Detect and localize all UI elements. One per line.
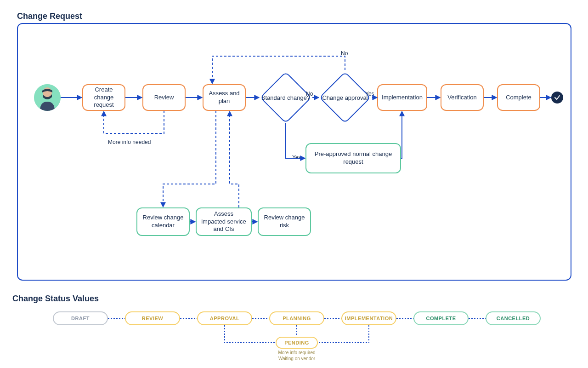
- pending-subtext: More info required Waiting on vendor: [271, 350, 322, 362]
- node-review: Review: [142, 84, 186, 111]
- label-more-info-needed: More info needed: [108, 139, 151, 145]
- label-no-decision: No: [306, 91, 313, 97]
- status-complete: COMPLETE: [413, 311, 469, 325]
- status-draft: DRAFT: [53, 311, 108, 325]
- node-review-risk: Review change risk: [258, 207, 311, 236]
- status-values-title: Change Status Values: [12, 294, 99, 304]
- end-terminator-icon: [551, 92, 563, 104]
- node-assess-impacted: Assess impacted service and CIs: [196, 207, 252, 236]
- node-complete: Complete: [497, 84, 540, 111]
- pending-subtext-line1: More info required: [278, 350, 315, 355]
- diagram-frame: [17, 23, 571, 281]
- node-implementation: Implementation: [377, 84, 427, 111]
- node-assess-and-plan: Assess and plan: [203, 84, 246, 111]
- node-preapproved-change: Pre-approved normal change request: [305, 143, 401, 173]
- node-review-calendar: Review change calendar: [136, 207, 190, 236]
- label-yes-approval: Yes: [365, 91, 374, 97]
- node-create-change-request: Create change request: [82, 84, 125, 111]
- status-cancelled: CANCELLED: [486, 311, 541, 325]
- status-pending: PENDING: [276, 337, 318, 349]
- node-verification: Verification: [441, 84, 484, 111]
- status-approval: APPROVAL: [197, 311, 252, 325]
- diagram-title: Change Request: [17, 12, 82, 21]
- pending-subtext-line2: Waiting on vendor: [278, 356, 315, 361]
- status-implementation: IMPLEMENTATION: [341, 311, 396, 325]
- label-no-top: No: [341, 50, 348, 57]
- user-avatar-icon: [34, 84, 61, 111]
- status-planning: PLANNING: [269, 311, 324, 325]
- status-review: REVIEW: [125, 311, 180, 325]
- label-yes-decision: Yes: [292, 154, 301, 161]
